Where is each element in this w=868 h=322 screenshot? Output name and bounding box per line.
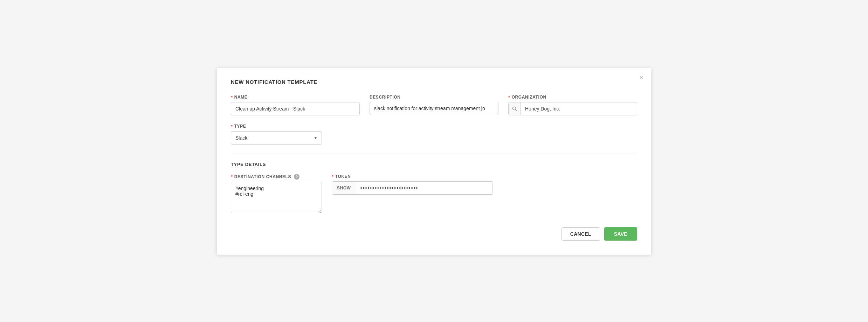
destination-channels-label: * DESTINATION CHANNELS ?: [231, 174, 322, 180]
show-token-button[interactable]: SHOW: [332, 182, 356, 194]
form-row-2: * TYPE Slack Email HipChat IRC Mattermos…: [231, 124, 637, 145]
form-footer: CANCEL SAVE: [231, 227, 637, 241]
svg-line-1: [516, 109, 517, 111]
section-divider: [231, 153, 637, 153]
type-select[interactable]: Slack Email HipChat IRC Mattermost Pager…: [231, 131, 322, 145]
destination-channels-group: * DESTINATION CHANNELS ? #engineering #r…: [231, 174, 322, 213]
dest-required-star: *: [231, 174, 233, 179]
type-label: * TYPE: [231, 124, 322, 129]
form-row-1: * NAME DESCRIPTION * ORGANIZATION: [231, 95, 637, 115]
name-required-star: *: [231, 95, 233, 100]
type-select-wrapper: Slack Email HipChat IRC Mattermost Pager…: [231, 131, 322, 145]
token-input[interactable]: [356, 182, 492, 194]
destination-channels-input[interactable]: #engineering #rel-eng: [231, 182, 322, 213]
new-notification-template-modal: × NEW NOTIFICATION TEMPLATE * NAME DESCR…: [217, 68, 651, 255]
type-required-star: *: [231, 124, 233, 129]
destination-channels-help-icon[interactable]: ?: [294, 174, 299, 180]
name-field-group: * NAME: [231, 95, 360, 115]
org-required-star: *: [508, 95, 510, 100]
organization-input[interactable]: [521, 102, 637, 115]
organization-label: * ORGANIZATION: [508, 95, 637, 100]
description-label: DESCRIPTION: [370, 95, 498, 100]
organization-field-group: * ORGANIZATION: [508, 95, 637, 115]
type-details-row: * DESTINATION CHANNELS ? #engineering #r…: [231, 174, 637, 213]
org-search-icon: [509, 102, 521, 115]
name-label: * NAME: [231, 95, 360, 100]
token-required-star: *: [332, 174, 334, 179]
close-icon: ×: [639, 73, 643, 81]
type-field-group: * TYPE Slack Email HipChat IRC Mattermos…: [231, 124, 322, 145]
type-details-section-title: TYPE DETAILS: [231, 162, 637, 167]
cancel-button[interactable]: CANCEL: [562, 227, 600, 241]
description-input[interactable]: [370, 102, 498, 115]
modal-title: NEW NOTIFICATION TEMPLATE: [231, 79, 637, 85]
save-button[interactable]: SAVE: [604, 227, 637, 241]
token-label: * TOKEN: [332, 174, 493, 179]
close-button[interactable]: ×: [637, 73, 646, 82]
token-group: * TOKEN SHOW: [332, 174, 493, 195]
token-input-wrapper: SHOW: [332, 181, 493, 195]
name-input[interactable]: [231, 102, 360, 115]
organization-input-wrapper: [508, 102, 637, 115]
description-field-group: DESCRIPTION: [370, 95, 498, 115]
